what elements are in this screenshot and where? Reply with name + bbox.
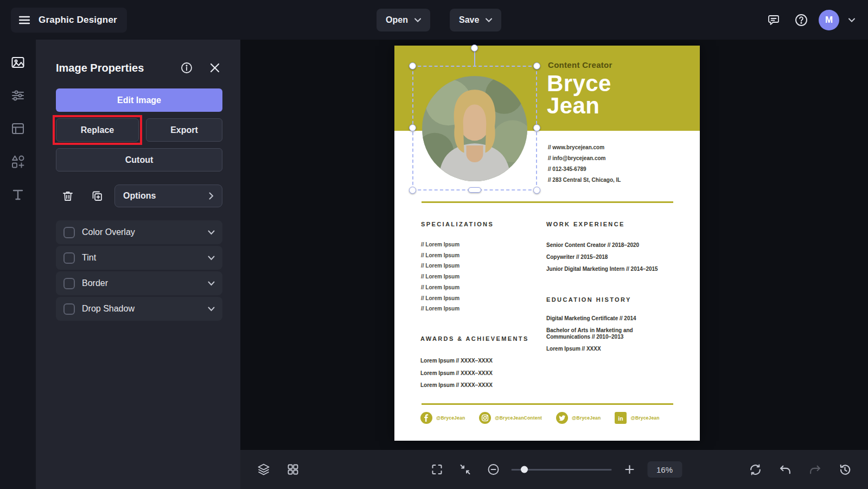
award-item: Lorem Ipsum // XXXX–XXXX <box>420 355 493 367</box>
reset-view-button[interactable] <box>745 459 765 480</box>
edit-image-button[interactable]: Edit Image <box>56 88 222 112</box>
tint-checkbox[interactable] <box>63 252 75 264</box>
social-handle: @BryceJean <box>630 415 659 421</box>
tool-templates-button[interactable] <box>7 118 29 139</box>
selection-handle-ne[interactable] <box>533 62 540 69</box>
history-icon <box>838 463 852 477</box>
sliders-icon <box>10 88 25 103</box>
duplicate-icon <box>91 189 104 202</box>
redo-button[interactable] <box>805 459 825 480</box>
canvas[interactable]: Content Creator Bryce Jean <box>240 40 868 489</box>
save-button[interactable]: Save <box>450 9 501 31</box>
resume-document[interactable]: Content Creator Bryce Jean <box>394 46 700 441</box>
image-tools-row: Options <box>56 185 222 207</box>
education-item: Lorem Ipsum // XXXX <box>546 346 655 352</box>
trash-icon <box>61 189 74 202</box>
social-handle: @BryceJean <box>436 415 465 421</box>
toggle-tint[interactable]: Tint <box>56 246 222 270</box>
fit-to-screen-button[interactable] <box>455 459 475 480</box>
image-icon <box>10 55 25 70</box>
avatar[interactable]: M <box>819 10 839 30</box>
fullscreen-button[interactable] <box>426 459 447 480</box>
education-list[interactable]: Digital Marketing Certificate // 2014 Ba… <box>546 315 655 358</box>
contact-line: // 283 Central St, Chicago, IL <box>548 175 621 186</box>
social-facebook: @BryceJean <box>420 412 465 424</box>
specializations-heading[interactable]: SPECIALIZATIONS <box>421 221 494 227</box>
specialization-item: // Lorem Ipsum <box>421 250 459 261</box>
info-icon <box>180 61 193 74</box>
open-label: Open <box>386 15 408 25</box>
contact-line: // 012-345-6789 <box>548 164 621 175</box>
account-menu-button[interactable] <box>846 10 857 30</box>
specialization-item: // Lorem Ipsum <box>421 303 459 314</box>
duplicate-button[interactable] <box>85 185 109 207</box>
twitter-icon <box>556 412 568 424</box>
rotate-handle[interactable] <box>471 45 478 52</box>
selection-handle-e[interactable] <box>533 124 540 131</box>
selection-handle-se[interactable] <box>533 187 540 194</box>
work-list[interactable]: Senior Content Creator // 2018–2020 Copy… <box>546 239 658 275</box>
tool-images-button[interactable] <box>7 52 29 73</box>
drop-shadow-checkbox[interactable] <box>63 303 75 315</box>
history-button[interactable] <box>834 459 855 480</box>
toggle-border[interactable]: Border <box>56 271 222 295</box>
zoom-in-button[interactable] <box>619 459 640 480</box>
help-button[interactable] <box>791 10 812 30</box>
work-item: Copywriter // 2015–2018 <box>546 251 658 263</box>
resume-role[interactable]: Content Creator <box>548 60 612 69</box>
resume-name[interactable]: Bryce Jean <box>547 72 611 117</box>
close-icon <box>209 62 220 73</box>
layers-icon <box>257 462 271 477</box>
awards-list[interactable]: Lorem Ipsum // XXXX–XXXX Lorem Ipsum // … <box>420 355 493 392</box>
selection-handle-nw[interactable] <box>409 62 416 69</box>
toggle-drop-shadow[interactable]: Drop Shadow <box>56 297 222 321</box>
selection-handle-w[interactable] <box>409 124 416 131</box>
account-actions: M <box>763 10 857 30</box>
selection-handle-s[interactable] <box>468 187 481 193</box>
avatar-initial: M <box>825 15 833 26</box>
awards-heading[interactable]: AWARDS & ACHIEVEMENTS <box>420 335 529 342</box>
contact-line: // www.brycejean.com <box>548 142 621 153</box>
feedback-button[interactable] <box>763 10 784 30</box>
zoom-slider[interactable] <box>511 469 611 471</box>
app-brand: Graphic Designer <box>11 8 127 33</box>
toggle-label: Drop Shadow <box>82 304 201 314</box>
tool-elements-button[interactable] <box>7 151 29 173</box>
zoom-out-button[interactable] <box>483 459 503 480</box>
cutout-button[interactable]: Cutout <box>56 148 222 172</box>
facebook-icon <box>420 412 432 424</box>
contact-block[interactable]: // www.brycejean.com // info@brycejean.c… <box>548 142 621 186</box>
export-button[interactable]: Export <box>146 118 222 142</box>
menu-button[interactable] <box>16 11 33 29</box>
zoom-slider-thumb[interactable] <box>521 466 528 473</box>
delete-button[interactable] <box>56 185 80 207</box>
close-panel-button[interactable] <box>207 60 222 75</box>
selection-handle-sw[interactable] <box>409 187 416 194</box>
education-heading[interactable]: EDUCATION HISTORY <box>546 296 631 303</box>
replace-button[interactable]: Replace <box>56 118 139 142</box>
tool-adjust-button[interactable] <box>7 85 29 106</box>
border-checkbox[interactable] <box>63 278 75 289</box>
social-row[interactable]: @BryceJean @BryceJeanContent @BryceJean … <box>420 412 660 424</box>
save-label: Save <box>459 15 479 25</box>
file-actions: Open Save <box>376 9 501 31</box>
work-item: Junior Digital Marketing Intern // 2014–… <box>546 263 658 275</box>
tool-text-button[interactable] <box>7 184 29 206</box>
options-button[interactable]: Options <box>114 185 222 207</box>
svg-text:in: in <box>618 415 623 422</box>
chevron-down-icon <box>414 18 421 22</box>
canvas-toolbar: 16% <box>240 450 868 489</box>
layers-button[interactable] <box>253 459 274 480</box>
work-heading[interactable]: WORK EXPERIENCE <box>546 221 625 227</box>
pages-grid-button[interactable] <box>283 459 303 480</box>
social-instagram: @BryceJeanContent <box>479 412 542 424</box>
zoom-controls: 16% <box>426 459 682 480</box>
undo-icon <box>778 463 792 477</box>
specializations-list[interactable]: // Lorem Ipsum // Lorem Ipsum // Lorem I… <box>421 239 459 314</box>
info-button[interactable] <box>179 60 194 75</box>
color-overlay-checkbox[interactable] <box>63 227 75 238</box>
open-button[interactable]: Open <box>376 9 430 31</box>
toggle-color-overlay[interactable]: Color Overlay <box>56 220 222 244</box>
undo-button[interactable] <box>775 459 795 480</box>
zoom-level[interactable]: 16% <box>647 461 682 478</box>
